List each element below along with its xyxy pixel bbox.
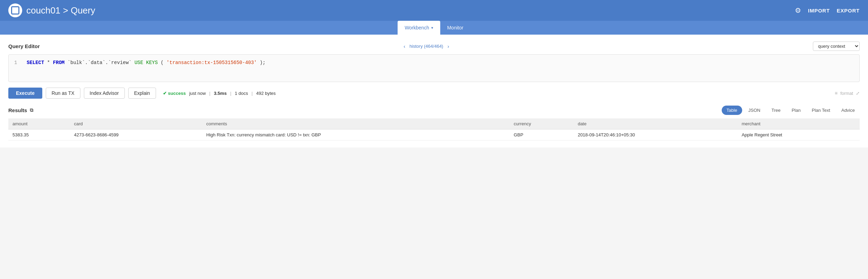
code-line: SELECT * FROM `bulk`.`data`.`review` USE… [27, 59, 854, 78]
view-tabs: Table JSON Tree Plan Plan Text Advice [722, 106, 860, 115]
tab-json[interactable]: JSON [744, 106, 765, 115]
kw-paren-open: ( [161, 60, 164, 65]
format-icon: ≡ [835, 90, 837, 96]
line-number: 1 [14, 59, 21, 78]
cell-card: 4273-6623-8686-4599 [70, 129, 202, 141]
divider-1: | [209, 91, 210, 96]
export-button[interactable]: EXPORT [837, 8, 860, 14]
cell-date: 2018-09-14T20:46:10+05:30 [574, 129, 738, 141]
tab-workbench[interactable]: Workbench ▾ [398, 21, 440, 35]
tab-plan-text[interactable]: Plan Text [807, 106, 835, 115]
table-body: 5383.35 4273-6623-8686-4599 High Risk Tx… [8, 129, 860, 141]
divider-2: | [230, 91, 231, 96]
header-left: couch01 > Query [8, 3, 95, 17]
expand-icon[interactable]: ⤢ [856, 91, 860, 96]
history-nav: ‹ history (464/464) › [402, 43, 451, 49]
app-logo [8, 3, 22, 17]
query-toolbar: Execute Run as TX Index Advisor Explain … [8, 88, 860, 99]
table-header-row: amount card comments currency date merch… [8, 118, 860, 129]
table-row: 5383.35 4273-6623-8686-4599 High Risk Tx… [8, 129, 860, 141]
col-currency: currency [510, 118, 574, 129]
tab-monitor[interactable]: Monitor [440, 21, 470, 35]
col-amount: amount [8, 118, 70, 129]
tab-advice[interactable]: Advice [836, 106, 860, 115]
tab-tree[interactable]: Tree [766, 106, 785, 115]
cell-comments: High Risk Txn: currency mismatch card: U… [202, 129, 510, 141]
history-next-button[interactable]: › [446, 43, 451, 49]
col-comments: comments [202, 118, 510, 129]
history-prev-button[interactable]: ‹ [402, 43, 407, 49]
run-as-tx-button[interactable]: Run as TX [46, 88, 80, 99]
status-area: ✔ success just now | 3.5ms | 1 docs | 49… [163, 91, 276, 96]
check-icon: ✔ [163, 91, 167, 96]
kw-from: FROM [53, 60, 65, 65]
results-table: amount card comments currency date merch… [8, 118, 860, 141]
format-label: format [840, 91, 853, 96]
col-date: date [574, 118, 738, 129]
status-duration: 3.5ms [214, 91, 227, 96]
query-context-select[interactable]: query context [813, 42, 860, 51]
header-right: ⚙ IMPORT EXPORT [795, 6, 860, 15]
history-label: history (464/464) [409, 44, 443, 49]
results-title: Results ⧉ [8, 107, 33, 113]
status-text: success [168, 91, 186, 96]
tab-table[interactable]: Table [722, 106, 742, 115]
status-time: just now [189, 91, 206, 96]
index-advisor-button[interactable]: Index Advisor [84, 88, 125, 99]
monitor-tab-label: Monitor [447, 25, 463, 30]
col-merchant: merchant [737, 118, 860, 129]
status-docs: 1 docs [235, 91, 248, 96]
kw-key-value: 'transaction:tx-1505315650-403' [166, 60, 257, 65]
results-label: Results [8, 107, 27, 113]
execute-button[interactable]: Execute [8, 88, 42, 99]
cell-merchant: Apple Regent Street [737, 129, 860, 141]
settings-icon[interactable]: ⚙ [795, 6, 801, 15]
copy-icon[interactable]: ⧉ [30, 107, 33, 113]
app-header: couch01 > Query ⚙ IMPORT EXPORT [0, 0, 868, 21]
top-nav: Workbench ▾ Monitor [0, 21, 868, 35]
status-bytes: 492 bytes [256, 91, 276, 96]
import-button[interactable]: IMPORT [808, 8, 830, 14]
logo-inner [11, 6, 19, 15]
table-head: amount card comments currency date merch… [8, 118, 860, 129]
editor-header: Query Editor ‹ history (464/464) › query… [8, 42, 860, 51]
results-header: Results ⧉ Table JSON Tree Plan Plan Text… [8, 106, 860, 115]
kw-use-keys: USE KEYS [134, 60, 158, 65]
code-editor[interactable]: 1 SELECT * FROM `bulk`.`data`.`review` U… [8, 54, 860, 82]
cell-amount: 5383.35 [8, 129, 70, 141]
chevron-down-icon: ▾ [431, 26, 433, 30]
col-card: card [70, 118, 202, 129]
divider-3: | [252, 91, 253, 96]
kw-table: `bulk`.`data`.`review` [68, 60, 134, 65]
main-content: Query Editor ‹ history (464/464) › query… [0, 35, 868, 147]
editor-title: Query Editor [8, 43, 40, 49]
explain-button[interactable]: Explain [128, 88, 156, 99]
kw-select: SELECT [27, 60, 44, 65]
cell-currency: GBP [510, 129, 574, 141]
format-area: ≡ format ⤢ [835, 90, 860, 96]
workbench-tab-label: Workbench [405, 25, 429, 30]
status-badge: ✔ success [163, 91, 186, 96]
tab-plan[interactable]: Plan [787, 106, 806, 115]
kw-paren-close: ); [260, 60, 266, 65]
kw-star: * [47, 60, 53, 65]
page-title: couch01 > Query [26, 5, 95, 16]
